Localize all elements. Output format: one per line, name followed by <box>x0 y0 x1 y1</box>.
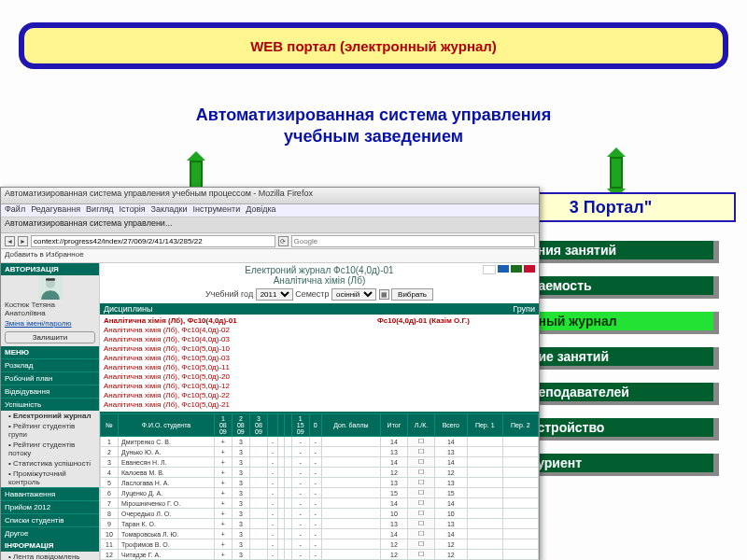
grade-table: №Ф.И.О. студента108092080930809115090Доп… <box>100 413 539 560</box>
side-bullet[interactable]: • Рейтинг студентів потоку <box>1 440 99 458</box>
app-sidebar: АВТОРИЗАЦІЯ Костюк Тетяна Анатоліївна Зм… <box>1 263 100 560</box>
banner-title: WEB портал (электронный журнал) <box>250 38 497 54</box>
col-p2: Пер. 2 <box>502 414 538 437</box>
side-bullet[interactable]: • Рейтинг студентів групи <box>1 421 99 440</box>
col-num: № <box>101 414 119 437</box>
flag-en-icon[interactable] <box>524 265 535 273</box>
side-item[interactable]: Відвідування <box>1 385 99 398</box>
disc-item[interactable]: Аналітична хімія (Лб), Фс10(5,0д)-12 <box>104 382 370 391</box>
info-item[interactable]: • Лента повідомлень <box>1 552 99 560</box>
menu-Історія[interactable]: Історія <box>120 204 146 214</box>
side-item[interactable]: Успішність <box>1 398 99 411</box>
table-row[interactable]: 6Луценко Д. А.+3---15☐15 <box>101 488 539 498</box>
sem-select[interactable]: осінній <box>331 288 376 301</box>
subtitle-line2: учебным заведением <box>284 127 463 146</box>
col-itog: Итог <box>380 414 407 437</box>
table-row[interactable]: 4Калоева М. В.+3---12☐12 <box>101 468 539 478</box>
browser-urlbar: ◄ ► ⟳ <box>1 233 539 249</box>
right-item-1[interactable]: ваемость <box>523 276 719 299</box>
web-portal-banner: WEB портал (электронный журнал) <box>19 22 728 69</box>
table-row[interactable]: 11Трофимов В. О.+3---12☐12 <box>101 539 539 550</box>
side-bullet[interactable]: • Статистика успішності <box>1 458 99 469</box>
browser-tab[interactable]: Автоматизированная система управлени... <box>1 217 539 233</box>
url-input[interactable] <box>31 235 275 247</box>
table-row[interactable]: 5Ласлогава Н. А.+3---13☐13 <box>101 478 539 488</box>
change-pass-link[interactable]: Зміна імені/паролю <box>5 319 72 328</box>
table-row[interactable]: 3Еванесян Н. Л.+3---14☐14 <box>101 457 539 468</box>
right-item-4[interactable]: реподавателей <box>523 383 719 405</box>
right-item-3[interactable]: ние занятий <box>523 347 719 370</box>
search-input[interactable] <box>291 235 536 247</box>
side-item[interactable]: Робочий план <box>1 371 99 385</box>
year-label: Учебний год <box>205 289 253 299</box>
col-lk: Л./К. <box>407 414 434 437</box>
menu-Закладки[interactable]: Закладки <box>151 204 188 214</box>
filter-controls: Учебний год 2011 Семестр осінній ▦ Вибра… <box>100 288 539 301</box>
year-select[interactable]: 2011 <box>256 288 293 301</box>
subtitle-line1: Автоматизированная система управления <box>196 105 551 124</box>
disc-item[interactable]: Аналітична хімія (Лб), Фс10(5,0д)-11 <box>104 363 370 372</box>
menu-Довідка[interactable]: Довідка <box>246 204 275 214</box>
select-button[interactable]: Вибрать <box>391 288 433 301</box>
disc-item[interactable]: Аналітична хімія (Лб), Фс10(4,0д)-02 <box>104 326 370 335</box>
disc-item[interactable]: Аналітична хімія (Лб), Фс10(4,0д)-03 <box>104 335 370 344</box>
col-d1: 10809 <box>214 414 232 437</box>
flag-it-icon[interactable] <box>511 265 522 273</box>
side-bullet[interactable]: • Проміжуточний контроль <box>1 469 99 487</box>
menu-Інструменти[interactable]: Інструменти <box>192 204 240 214</box>
journal-title: Електроний журнал Фс10(4,0д)-01Аналітичн… <box>100 265 539 286</box>
col-d4 <box>267 414 277 437</box>
table-row[interactable]: 2Дунько Ю. А.+3---13☐13 <box>101 447 539 457</box>
discipline-list[interactable]: Аналітична хімія (Лб), Фс10(4,0д)-01Анал… <box>100 315 374 412</box>
menu-Вигляд[interactable]: Вигляд <box>86 204 114 214</box>
reload-icon[interactable]: ⟳ <box>278 236 289 246</box>
flag-ua-icon[interactable] <box>498 265 509 273</box>
disc-header: Дисциплины <box>104 304 513 314</box>
col-d5 <box>277 414 284 437</box>
col-vs: Всего <box>434 414 467 437</box>
menu-Файл[interactable]: Файл <box>5 204 25 214</box>
col-d8: 0 <box>309 414 321 437</box>
disc-item[interactable]: Аналітична хімія (Лб), Фс10(5,0д)-03 <box>104 354 370 363</box>
lang-flags[interactable] <box>483 265 535 274</box>
side-item[interactable]: Навантаження <box>1 487 99 500</box>
col-d7: 11509 <box>291 414 309 437</box>
fwd-icon[interactable]: ► <box>18 236 28 246</box>
favorites-link[interactable]: Добавить в Избранное <box>1 249 539 263</box>
table-row[interactable]: 9Таран К. О.+3---13☐13 <box>101 519 539 529</box>
disc-item[interactable]: Аналітична хімія (Лб), Фс10(5,0д)-10 <box>104 344 370 354</box>
side-item[interactable]: Прийом 2012 <box>1 500 99 513</box>
subtitle: Автоматизированная система управления уч… <box>0 105 747 148</box>
col-d2: 20809 <box>232 414 249 437</box>
leave-button[interactable]: Залишити <box>5 331 95 343</box>
arrow-right <box>607 147 626 198</box>
col-dop: Доп. баллы <box>321 414 380 437</box>
disc-item[interactable]: Аналітична хімія (Лб), Фс10(5,0д)-21 <box>104 400 370 410</box>
back-icon[interactable]: ◄ <box>5 236 15 246</box>
discipline-bar: Дисциплины Групи <box>100 303 539 315</box>
sidebar-menu-header: МЕНЮ <box>1 346 99 358</box>
browser-menubar[interactable]: ФайлРедагуванняВиглядІсторіяЗакладкиІнст… <box>1 204 539 217</box>
right-item-0[interactable]: ания занятий <box>523 241 719 263</box>
calendar-icon[interactable]: ▦ <box>379 289 389 300</box>
table-row[interactable]: 12Читадзе Г. А.+3---12☐12 <box>101 550 539 560</box>
table-row[interactable]: 10Томаровська Л. Ю.+3---14☐14 <box>101 529 539 539</box>
side-bullet[interactable]: • Електронний журнал <box>1 411 99 421</box>
right-item-2[interactable]: нный журнал <box>523 312 719 334</box>
col-d3: 30809 <box>249 414 267 437</box>
table-row[interactable]: 1Дмитренко С. В.+3---14☐14 <box>101 437 539 447</box>
side-item[interactable]: Розклад <box>1 358 99 371</box>
table-row[interactable]: 8Очередько Л. О.+3---10☐10 <box>101 509 539 519</box>
disc-item[interactable]: Аналітична хімія (Лб), Фс10(5,0д)-22 <box>104 391 370 400</box>
flag-ru-icon[interactable] <box>483 265 496 274</box>
menu-Редагування[interactable]: Редагування <box>31 204 80 214</box>
right-item-6[interactable]: туриент <box>523 454 719 476</box>
table-row[interactable]: 7Мірошниченко Г. О.+3---14☐14 <box>101 498 539 509</box>
side-item[interactable]: Списки студентів <box>1 513 99 526</box>
group-current[interactable]: Фс10(4,0д)-01 (Казім О.Г.) <box>374 315 539 412</box>
disc-item[interactable]: Аналітична хімія (Лб), Фс10(5,0д)-20 <box>104 372 370 382</box>
window-titlebar: Автоматизированная система управления уч… <box>1 188 539 204</box>
side-item[interactable]: Другое <box>1 526 99 539</box>
browser-window: Автоматизированная система управления уч… <box>0 187 540 560</box>
right-item-5[interactable]: устройство <box>523 418 719 441</box>
